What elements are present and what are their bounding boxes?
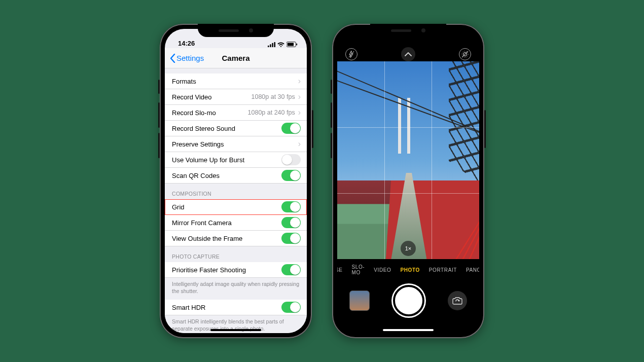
toggle-mirror[interactable] [281, 217, 301, 228]
row-label: Record Stereo Sound [172, 125, 281, 132]
nav-bar: Settings Camera [165, 48, 307, 68]
camera-top-bar [337, 47, 479, 61]
notch [198, 24, 274, 37]
camera-bottom-bar [337, 280, 479, 321]
row-label: Record Slo-mo [172, 109, 248, 117]
row-label: Preserve Settings [172, 140, 298, 148]
camera-flip-icon [452, 296, 462, 305]
row-scan-qr: Scan QR Codes [165, 168, 307, 184]
flash-button[interactable] [345, 48, 357, 60]
chevron-right-icon: › [298, 77, 301, 85]
live-photo-button[interactable] [459, 48, 471, 60]
svg-rect-5 [288, 43, 294, 46]
back-button[interactable]: Settings [170, 54, 204, 63]
svg-rect-2 [272, 43, 273, 47]
toggle-grid[interactable] [281, 201, 301, 212]
last-photo-thumbnail[interactable] [349, 291, 370, 311]
toggle-hdr[interactable] [281, 302, 301, 313]
row-label: Formats [172, 78, 298, 85]
section-header-composition: COMPOSITION [165, 184, 307, 199]
row-label: Grid [172, 203, 281, 211]
camera-flip-button[interactable] [448, 291, 467, 310]
row-label: Mirror Front Camera [172, 219, 281, 227]
shutter-button[interactable] [393, 285, 424, 316]
toggle-faster[interactable] [281, 264, 301, 275]
row-label: Use Volume Up for Burst [172, 156, 281, 164]
camera-modes[interactable]: SE SLO-MO VIDEO PHOTO PORTRAIT PANO [337, 263, 479, 276]
mode-timelapse[interactable]: SE [337, 267, 343, 273]
chevron-up-icon [405, 52, 412, 56]
phone-camera: 1× SE SLO-MO VIDEO PHOTO PORTRAIT PANO [332, 24, 484, 338]
mode-portrait[interactable]: PORTRAIT [429, 267, 457, 273]
toggle-volume-burst[interactable] [281, 154, 301, 165]
zoom-button[interactable]: 1× [401, 241, 416, 256]
row-value: 1080p at 30 fps [251, 93, 295, 100]
svg-rect-0 [268, 45, 269, 47]
status-icons [268, 42, 298, 47]
row-label: View Outside the Frame [172, 235, 281, 242]
camera-viewfinder[interactable]: 1× [337, 61, 479, 259]
mode-slomo[interactable]: SLO-MO [352, 264, 365, 275]
mode-photo[interactable]: PHOTO [400, 267, 419, 273]
row-grid: Grid [165, 199, 307, 215]
chevron-left-icon [170, 54, 175, 63]
toggle-qr[interactable] [281, 170, 301, 181]
chevron-right-icon: › [298, 93, 301, 101]
row-faster-shooting: Prioritise Faster Shooting [165, 262, 307, 278]
row-label: Scan QR Codes [172, 172, 281, 179]
status-time: 14:26 [174, 40, 195, 47]
flash-off-icon [348, 51, 354, 58]
row-formats[interactable]: Formats › [165, 74, 307, 89]
back-label: Settings [176, 54, 204, 62]
row-label: Prioritise Faster Shooting [172, 266, 281, 274]
home-indicator[interactable] [383, 329, 434, 331]
row-preserve-settings[interactable]: Preserve Settings › [165, 136, 307, 152]
row-volume-burst: Use Volume Up for Burst [165, 152, 307, 168]
live-photo-off-icon [461, 50, 469, 58]
row-label: Smart HDR [172, 304, 281, 311]
camera-options-toggle[interactable] [401, 47, 415, 61]
footer-faster: Intelligently adapt image quality when r… [165, 278, 307, 296]
settings-content[interactable]: Formats › Record Video 1080p at 30 fps ›… [165, 68, 307, 333]
mode-video[interactable]: VIDEO [374, 267, 391, 273]
home-indicator[interactable] [210, 329, 261, 331]
toggle-outside[interactable] [281, 233, 301, 244]
row-label: Record Video [172, 93, 251, 101]
svg-rect-1 [270, 44, 271, 47]
phone-settings: 14:26 Settings Camera Formats › Record V… [160, 24, 312, 338]
notch [370, 24, 446, 37]
row-record-video[interactable]: Record Video 1080p at 30 fps › [165, 89, 307, 105]
svg-line-10 [462, 51, 468, 57]
row-view-outside: View Outside the Frame [165, 231, 307, 246]
row-stereo-sound: Record Stereo Sound [165, 121, 307, 136]
row-record-slomo[interactable]: Record Slo-mo 1080p at 240 fps › [165, 105, 307, 121]
mode-pano[interactable]: PANO [466, 267, 479, 273]
chevron-right-icon: › [298, 108, 301, 117]
svg-rect-6 [296, 44, 297, 46]
toggle-stereo[interactable] [281, 123, 301, 134]
svg-rect-3 [274, 42, 276, 47]
chevron-right-icon: › [298, 140, 301, 148]
row-value: 1080p at 240 fps [248, 109, 295, 116]
zoom-value: 1× [405, 245, 412, 251]
row-smart-hdr: Smart HDR [165, 300, 307, 315]
section-header-capture: PHOTO CAPTURE [165, 246, 307, 262]
row-mirror-front: Mirror Front Camera [165, 215, 307, 231]
